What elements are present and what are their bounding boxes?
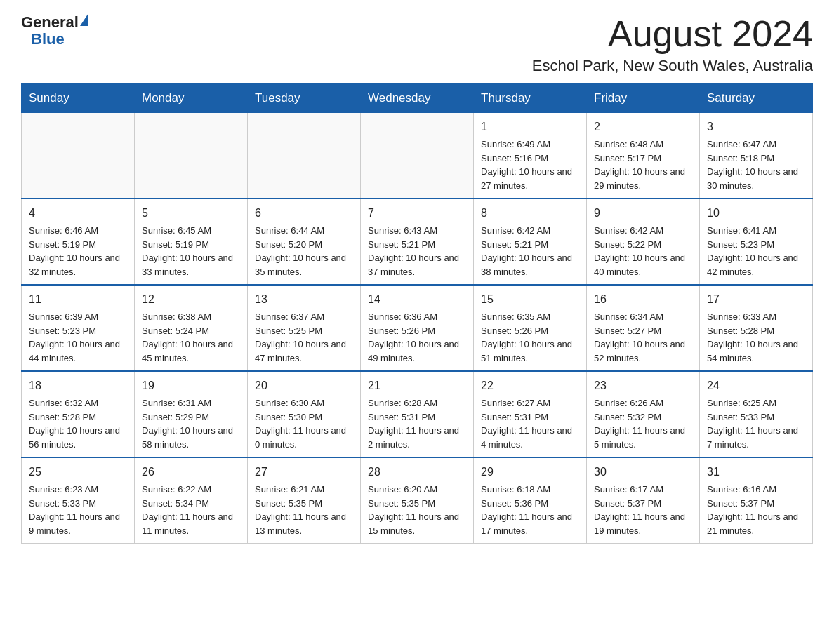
calendar-cell: 22Sunrise: 6:27 AM Sunset: 5:31 PM Dayli…	[474, 371, 587, 457]
day-number: 12	[142, 291, 240, 308]
col-header-sunday: Sunday	[22, 84, 135, 113]
calendar-cell: 11Sunrise: 6:39 AM Sunset: 5:23 PM Dayli…	[22, 285, 135, 371]
calendar-cell: 17Sunrise: 6:33 AM Sunset: 5:28 PM Dayli…	[700, 285, 813, 371]
calendar-cell: 14Sunrise: 6:36 AM Sunset: 5:26 PM Dayli…	[361, 285, 474, 371]
day-number: 20	[255, 377, 353, 394]
day-info: Sunrise: 6:39 AM Sunset: 5:23 PM Dayligh…	[29, 310, 127, 365]
day-info: Sunrise: 6:36 AM Sunset: 5:26 PM Dayligh…	[368, 310, 466, 365]
day-info: Sunrise: 6:48 AM Sunset: 5:17 PM Dayligh…	[594, 137, 692, 192]
main-title: August 2024	[532, 14, 813, 54]
calendar-cell: 28Sunrise: 6:20 AM Sunset: 5:35 PM Dayli…	[361, 457, 474, 544]
logo-text-line1: General	[21, 14, 79, 31]
day-info: Sunrise: 6:32 AM Sunset: 5:28 PM Dayligh…	[29, 396, 127, 451]
calendar-cell: 5Sunrise: 6:45 AM Sunset: 5:19 PM Daylig…	[135, 199, 248, 285]
day-number: 30	[594, 464, 692, 481]
calendar-cell: 15Sunrise: 6:35 AM Sunset: 5:26 PM Dayli…	[474, 285, 587, 371]
day-info: Sunrise: 6:33 AM Sunset: 5:28 PM Dayligh…	[707, 310, 805, 365]
day-info: Sunrise: 6:42 AM Sunset: 5:22 PM Dayligh…	[594, 224, 692, 279]
calendar-cell: 31Sunrise: 6:16 AM Sunset: 5:37 PM Dayli…	[700, 457, 813, 544]
calendar-cell: 18Sunrise: 6:32 AM Sunset: 5:28 PM Dayli…	[22, 371, 135, 457]
day-info: Sunrise: 6:34 AM Sunset: 5:27 PM Dayligh…	[594, 310, 692, 365]
calendar-cell: 12Sunrise: 6:38 AM Sunset: 5:24 PM Dayli…	[135, 285, 248, 371]
day-number: 27	[255, 464, 353, 481]
subtitle: Eschol Park, New South Wales, Australia	[532, 57, 813, 75]
day-info: Sunrise: 6:38 AM Sunset: 5:24 PM Dayligh…	[142, 310, 240, 365]
calendar-cell: 19Sunrise: 6:31 AM Sunset: 5:29 PM Dayli…	[135, 371, 248, 457]
day-info: Sunrise: 6:16 AM Sunset: 5:37 PM Dayligh…	[707, 483, 805, 537]
day-number: 5	[142, 205, 240, 222]
col-header-wednesday: Wednesday	[361, 84, 474, 113]
day-info: Sunrise: 6:28 AM Sunset: 5:31 PM Dayligh…	[368, 396, 466, 451]
calendar-cell: 29Sunrise: 6:18 AM Sunset: 5:36 PM Dayli…	[474, 457, 587, 544]
day-info: Sunrise: 6:23 AM Sunset: 5:33 PM Dayligh…	[29, 483, 127, 537]
page-header: General Blue August 2024 Eschol Park, Ne…	[21, 14, 813, 75]
day-number: 8	[481, 205, 579, 222]
day-info: Sunrise: 6:47 AM Sunset: 5:18 PM Dayligh…	[707, 137, 805, 192]
day-info: Sunrise: 6:26 AM Sunset: 5:32 PM Dayligh…	[594, 396, 692, 451]
calendar-cell: 21Sunrise: 6:28 AM Sunset: 5:31 PM Dayli…	[361, 371, 474, 457]
day-number: 7	[368, 205, 466, 222]
calendar-cell: 13Sunrise: 6:37 AM Sunset: 5:25 PM Dayli…	[248, 285, 361, 371]
calendar-cell: 25Sunrise: 6:23 AM Sunset: 5:33 PM Dayli…	[22, 457, 135, 544]
day-info: Sunrise: 6:27 AM Sunset: 5:31 PM Dayligh…	[481, 396, 579, 451]
calendar-cell	[135, 113, 248, 199]
calendar-cell: 24Sunrise: 6:25 AM Sunset: 5:33 PM Dayli…	[700, 371, 813, 457]
day-number: 22	[481, 377, 579, 394]
calendar-cell: 16Sunrise: 6:34 AM Sunset: 5:27 PM Dayli…	[587, 285, 700, 371]
day-info: Sunrise: 6:42 AM Sunset: 5:21 PM Dayligh…	[481, 224, 579, 279]
day-number: 13	[255, 291, 353, 308]
day-number: 2	[594, 119, 692, 135]
day-number: 16	[594, 291, 692, 308]
day-number: 3	[707, 119, 805, 135]
calendar-cell: 1Sunrise: 6:49 AM Sunset: 5:16 PM Daylig…	[474, 113, 587, 199]
calendar-cell: 27Sunrise: 6:21 AM Sunset: 5:35 PM Dayli…	[248, 457, 361, 544]
calendar-cell	[248, 113, 361, 199]
logo-text-line2: Blue	[31, 31, 65, 48]
day-number: 31	[707, 464, 805, 481]
calendar-cell: 26Sunrise: 6:22 AM Sunset: 5:34 PM Dayli…	[135, 457, 248, 544]
logo: General Blue	[21, 14, 88, 48]
day-info: Sunrise: 6:41 AM Sunset: 5:23 PM Dayligh…	[707, 224, 805, 279]
day-info: Sunrise: 6:46 AM Sunset: 5:19 PM Dayligh…	[29, 224, 127, 279]
day-number: 24	[707, 377, 805, 394]
logo-triangle-icon	[80, 13, 88, 26]
day-number: 11	[29, 291, 127, 308]
day-info: Sunrise: 6:21 AM Sunset: 5:35 PM Dayligh…	[255, 483, 353, 537]
day-info: Sunrise: 6:31 AM Sunset: 5:29 PM Dayligh…	[142, 396, 240, 451]
day-number: 1	[481, 119, 579, 135]
col-header-thursday: Thursday	[474, 84, 587, 113]
day-number: 28	[368, 464, 466, 481]
col-header-tuesday: Tuesday	[248, 84, 361, 113]
day-number: 6	[255, 205, 353, 222]
calendar-cell: 4Sunrise: 6:46 AM Sunset: 5:19 PM Daylig…	[22, 199, 135, 285]
day-number: 26	[142, 464, 240, 481]
calendar-cell	[361, 113, 474, 199]
calendar-week-row: 1Sunrise: 6:49 AM Sunset: 5:16 PM Daylig…	[22, 113, 813, 199]
col-header-monday: Monday	[135, 84, 248, 113]
calendar-week-row: 18Sunrise: 6:32 AM Sunset: 5:28 PM Dayli…	[22, 371, 813, 457]
calendar-cell: 7Sunrise: 6:43 AM Sunset: 5:21 PM Daylig…	[361, 199, 474, 285]
day-info: Sunrise: 6:25 AM Sunset: 5:33 PM Dayligh…	[707, 396, 805, 451]
calendar-cell: 8Sunrise: 6:42 AM Sunset: 5:21 PM Daylig…	[474, 199, 587, 285]
day-info: Sunrise: 6:20 AM Sunset: 5:35 PM Dayligh…	[368, 483, 466, 537]
calendar-header-row: SundayMondayTuesdayWednesdayThursdayFrid…	[22, 84, 813, 113]
day-number: 18	[29, 377, 127, 394]
day-info: Sunrise: 6:44 AM Sunset: 5:20 PM Dayligh…	[255, 224, 353, 279]
calendar-table: SundayMondayTuesdayWednesdayThursdayFrid…	[21, 83, 813, 544]
calendar-cell: 10Sunrise: 6:41 AM Sunset: 5:23 PM Dayli…	[700, 199, 813, 285]
title-area: August 2024 Eschol Park, New South Wales…	[532, 14, 813, 75]
day-info: Sunrise: 6:37 AM Sunset: 5:25 PM Dayligh…	[255, 310, 353, 365]
day-number: 4	[29, 205, 127, 222]
day-info: Sunrise: 6:30 AM Sunset: 5:30 PM Dayligh…	[255, 396, 353, 451]
calendar-cell: 30Sunrise: 6:17 AM Sunset: 5:37 PM Dayli…	[587, 457, 700, 544]
calendar-cell: 6Sunrise: 6:44 AM Sunset: 5:20 PM Daylig…	[248, 199, 361, 285]
day-info: Sunrise: 6:49 AM Sunset: 5:16 PM Dayligh…	[481, 137, 579, 192]
calendar-cell: 3Sunrise: 6:47 AM Sunset: 5:18 PM Daylig…	[700, 113, 813, 199]
day-number: 14	[368, 291, 466, 308]
calendar-week-row: 25Sunrise: 6:23 AM Sunset: 5:33 PM Dayli…	[22, 457, 813, 544]
day-number: 19	[142, 377, 240, 394]
calendar-cell: 9Sunrise: 6:42 AM Sunset: 5:22 PM Daylig…	[587, 199, 700, 285]
day-number: 21	[368, 377, 466, 394]
day-info: Sunrise: 6:45 AM Sunset: 5:19 PM Dayligh…	[142, 224, 240, 279]
day-info: Sunrise: 6:35 AM Sunset: 5:26 PM Dayligh…	[481, 310, 579, 365]
